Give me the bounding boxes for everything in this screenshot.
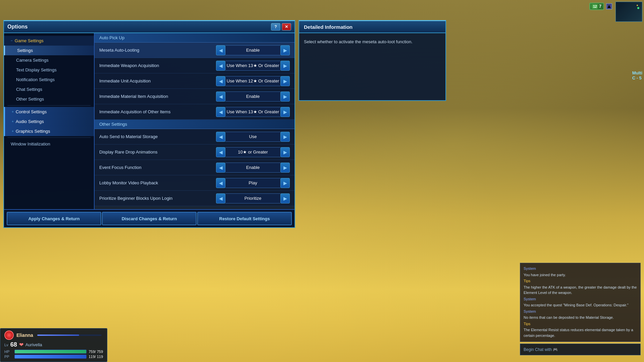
arrow-left-other-items[interactable]: ◀ (216, 107, 225, 117)
arrow-left-material[interactable]: ◀ (216, 92, 225, 102)
setting-control-unit: ◀ Use When 12★ Or Greater ▶ (216, 76, 290, 86)
expand-icon-audio: + (12, 120, 14, 123)
detail-titlebar: Detailed Information (299, 21, 445, 33)
options-title: Options (7, 24, 270, 30)
setting-label-weapon: Immediate Weapon Acquisition (99, 63, 216, 68)
sidebar-item-graphics[interactable]: + Graphics Settings (4, 126, 94, 136)
setting-row-unit[interactable]: Immediate Unit Acquisition ◀ Use When 12… (95, 73, 294, 89)
setting-row-weapon[interactable]: Immediate Weapon Acquisition ◀ Use When … (95, 58, 294, 73)
chat-line-msg5: The Elemental Resist status reduces elem… (524, 327, 637, 338)
setting-row-rare-drop[interactable]: Display Rare Drop Animations ◀ 10★ or Gr… (95, 144, 294, 160)
discard-changes-button[interactable]: Discard Changes & Return (102, 212, 197, 225)
setting-row-meseta[interactable]: Meseta Auto-Looting ◀ Enable ▶ (95, 43, 294, 58)
arrow-right-rare-drop[interactable]: ▶ (280, 147, 290, 157)
setting-row-auto-send[interactable]: Auto Send to Material Storage ◀ Use ▶ (95, 129, 294, 144)
arrow-left-event-focus[interactable]: ◀ (216, 163, 225, 173)
sidebar-item-window-init[interactable]: Window Initialization (4, 139, 94, 149)
arrow-right-auto-send[interactable]: ▶ (280, 132, 290, 142)
setting-label-other-items: Immediate Acquisition of Other Items (99, 109, 216, 114)
minimap (615, 2, 642, 22)
chat-line-tips2: Tips (524, 321, 637, 327)
arrow-left-beginner-blocks[interactable]: ◀ (216, 193, 225, 203)
lv-row: Lv 68 ❤ Aurivella (4, 341, 103, 348)
setting-value-unit: Use When 12★ Or Greater (225, 76, 280, 86)
sidebar-group-game: − Game Settings Settings Camera Settings… (4, 36, 94, 104)
hud-badge: 12 7 (589, 3, 604, 10)
arrow-right-weapon[interactable]: ▶ (280, 61, 290, 71)
hp-row: HP 759/ 759 (4, 350, 103, 354)
lv-num: 68 (10, 341, 17, 348)
sidebar-label-other: Other Settings (16, 97, 44, 102)
arrow-left-unit[interactable]: ◀ (216, 76, 225, 86)
sidebar-item-control[interactable]: + Control Settings (4, 107, 94, 117)
close-button[interactable]: ✕ (282, 23, 291, 31)
arrow-right-beginner-blocks[interactable]: ▶ (280, 193, 290, 203)
arrow-right-material[interactable]: ▶ (280, 92, 290, 102)
restore-defaults-button[interactable]: Restore Default Settings (197, 212, 292, 225)
chat-input-bar[interactable]: Begin Chat with 🎮 (520, 344, 641, 355)
setting-value-meseta: Enable (225, 45, 280, 55)
sidebar-item-audio[interactable]: + Audio Settings (4, 117, 94, 126)
arrow-right-lobby-monitor[interactable]: ▶ (280, 178, 290, 188)
char-sub-name: Aurivella (25, 342, 42, 347)
expand-icon-graphics: + (12, 129, 14, 133)
sidebar-label-graphics: Graphics Settings (16, 129, 50, 134)
setting-row-material[interactable]: Immediate Material Item Acquisition ◀ En… (95, 89, 294, 104)
sidebar-label-audio: Audio Settings (16, 119, 44, 124)
sidebar-label-chat: Chat Settings (16, 87, 42, 92)
arrow-left-meseta[interactable]: ◀ (216, 45, 225, 55)
setting-row-other-items[interactable]: Immediate Acquisition of Other Items ◀ U… (95, 104, 294, 120)
dialog-body: − Game Settings Settings Camera Settings… (4, 33, 294, 209)
chat-line-msg1: You have joined the party. (524, 272, 637, 278)
arrow-right-event-focus[interactable]: ▶ (280, 163, 290, 173)
arrow-left-weapon[interactable]: ◀ (216, 61, 225, 71)
sidebar-item-game-settings[interactable]: − Game Settings (4, 36, 94, 46)
chat-line-tips1: Tips (524, 278, 637, 284)
setting-row-lobby-monitor[interactable]: Lobby Monitor Video Playback ◀ Play ▶ (95, 175, 294, 191)
setting-control-lobby-monitor: ◀ Play ▶ (216, 178, 290, 188)
setting-label-unit: Immediate Unit Acquisition (99, 78, 216, 83)
expand-icon-control: + (12, 110, 14, 114)
char-name: Elianna (16, 333, 33, 338)
setting-label-meseta: Meseta Auto-Looting (99, 48, 216, 53)
detail-text: Select whether to activate the meseta au… (304, 39, 413, 44)
sidebar-divider-1 (7, 105, 91, 106)
setting-control-rare-drop: ◀ 10★ or Greater ▶ (216, 147, 290, 157)
hp-value: 759/ 759 (89, 350, 103, 354)
setting-row-beginner-blocks[interactable]: Prioritize Beginner Blocks Upon Login ◀ … (95, 191, 294, 206)
setting-label-auto-send: Auto Send to Material Storage (99, 134, 216, 139)
setting-label-material: Immediate Material Item Acquisition (99, 94, 216, 99)
dialog-footer: Apply Changes & Return Discard Changes &… (4, 209, 294, 227)
chat-line-system1: System (524, 266, 637, 272)
setting-control-beginner-blocks: ◀ Prioritize ▶ (216, 193, 290, 203)
arrow-left-rare-drop[interactable]: ◀ (216, 147, 225, 157)
arrow-right-other-items[interactable]: ▶ (280, 107, 290, 117)
sidebar-item-chat[interactable]: Chat Settings (4, 84, 94, 94)
setting-label-rare-drop: Display Rare Drop Animations (99, 149, 216, 155)
chat-line-msg4: No items that can be deposited to the Ma… (524, 315, 637, 320)
setting-value-auto-send: Use (225, 132, 280, 142)
hud-badge-icon: 12 (592, 4, 598, 9)
arrow-right-unit[interactable]: ▶ (280, 76, 290, 86)
apply-changes-button[interactable]: Apply Changes & Return (7, 212, 101, 225)
sidebar-item-other[interactable]: Other Settings (4, 94, 94, 104)
hp-bar-bg (14, 350, 87, 354)
arrow-left-auto-send[interactable]: ◀ (216, 132, 225, 142)
collapse-icon: − (11, 39, 13, 43)
arrow-right-meseta[interactable]: ▶ (280, 45, 290, 55)
sidebar-item-text-display[interactable]: Text Display Settings (4, 65, 94, 75)
arrow-left-lobby-monitor[interactable]: ◀ (216, 178, 225, 188)
setting-value-beginner-blocks: Prioritize (225, 193, 280, 203)
help-button[interactable]: ? (271, 23, 280, 31)
setting-row-event-focus[interactable]: Event Focus Function ◀ Enable ▶ (95, 160, 294, 175)
sidebar-item-settings[interactable]: Settings (4, 46, 94, 55)
settings-scroll[interactable]: Auto Pick Up Meseta Auto-Looting ◀ Enabl… (95, 33, 294, 209)
pp-value: 119/ 119 (89, 355, 103, 359)
setting-value-weapon: Use When 13★ Or Greater (225, 61, 280, 71)
hp-bar-fill (15, 350, 86, 353)
setting-label-event-focus: Event Focus Function (99, 165, 216, 170)
sidebar-item-camera[interactable]: Camera Settings (4, 55, 94, 65)
sidebar: − Game Settings Settings Camera Settings… (4, 33, 95, 209)
char-stats-hud: Elianna Lv 68 ❤ Aurivella HP 759/ 759 PP… (0, 328, 107, 362)
sidebar-item-notification[interactable]: Notification Settings (4, 75, 94, 84)
